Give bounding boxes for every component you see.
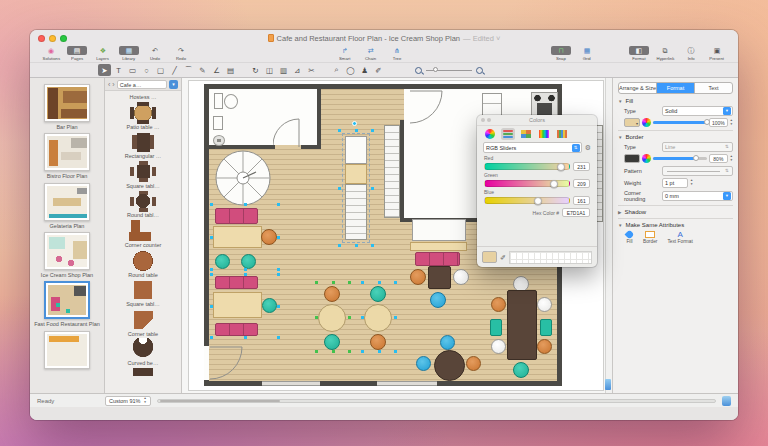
library-dropdown-icon[interactable]: ▾ — [169, 80, 178, 89]
zoom-slider[interactable] — [426, 70, 472, 71]
round-table[interactable] — [318, 304, 346, 332]
solutions-button[interactable]: ◉Solutions — [38, 46, 64, 61]
slider-knob[interactable] — [550, 180, 558, 188]
smart-button[interactable]: ↱Smart — [332, 46, 358, 61]
stepper-icon[interactable]: ▲▼ — [144, 397, 147, 404]
zoom-slider-knob[interactable] — [433, 67, 438, 72]
bathroom-cabinet[interactable] — [213, 116, 223, 130]
spiral-staircase[interactable] — [214, 148, 272, 208]
measure-tool[interactable]: ⊿ — [291, 64, 304, 76]
color-spectrum-tab-icon[interactable] — [537, 128, 551, 140]
slider-knob[interactable] — [534, 197, 542, 205]
chair[interactable] — [370, 286, 386, 302]
chair[interactable] — [324, 334, 340, 350]
canvas-zoom-field[interactable]: Custom 91% ▲▼ — [105, 396, 151, 406]
chair[interactable] — [261, 229, 277, 245]
library-item-corner-counter[interactable]: Corner counter — [105, 220, 181, 249]
vertex-tool[interactable]: ∠ — [210, 64, 223, 76]
combine-tool[interactable]: ◫ — [263, 64, 276, 76]
eyedropper-icon[interactable]: ✐ — [500, 254, 506, 261]
hyperlink-button[interactable]: ⧉Hyperlink — [652, 46, 678, 61]
stepper-icon[interactable]: ▲▼ — [690, 179, 693, 186]
library-item-patio-table[interactable]: Patio table … — [105, 102, 181, 131]
make-same-fill-button[interactable]: Fill — [626, 231, 633, 244]
color-wheel-icon[interactable] — [642, 154, 651, 163]
make-same-section-header[interactable]: ▼Make Same Attributes — [618, 222, 733, 228]
chair[interactable] — [324, 286, 340, 302]
rotation-handle[interactable] — [352, 121, 357, 126]
fill-type-select[interactable]: Solid▾ — [662, 106, 733, 116]
booth-seat[interactable] — [215, 208, 258, 224]
border-section-header[interactable]: ▼Border — [618, 134, 733, 140]
window-segment[interactable] — [377, 381, 437, 386]
library-item-hostess[interactable]: Hostess … — [105, 94, 181, 101]
chair[interactable] — [370, 334, 386, 350]
stepper-icon[interactable]: ▲▼ — [730, 119, 733, 126]
corner-rounding-select[interactable]: 0 mm▾ — [662, 191, 733, 201]
library-item-corner-table[interactable]: Corner table — [105, 309, 181, 338]
color-palette-tab-icon[interactable] — [519, 128, 533, 140]
serving-counter-top[interactable] — [345, 136, 367, 164]
toilet-tank[interactable] — [214, 93, 223, 109]
color-sliders-tab-icon[interactable] — [501, 128, 515, 140]
chair[interactable] — [540, 319, 552, 336]
format-button[interactable]: ◧Format — [626, 46, 652, 61]
rect-tool[interactable]: ▭ — [126, 64, 139, 76]
select-tool[interactable]: ➤ — [98, 64, 111, 76]
chair[interactable] — [490, 319, 502, 336]
plan-thumbnail[interactable] — [44, 183, 90, 221]
library-item-curved-be[interactable]: Curved be… — [105, 338, 181, 367]
border-type-select[interactable]: Line⇅ — [662, 142, 733, 152]
line-tool[interactable]: ╱ — [168, 64, 181, 76]
color-mode-select[interactable]: RGB Sliders ⇅ — [483, 142, 582, 153]
scrollbar-thumb[interactable] — [160, 400, 280, 402]
entrance-door[interactable] — [209, 345, 243, 380]
green-value-field[interactable]: 209 — [573, 179, 590, 188]
format-painter-tool[interactable]: ✐ — [372, 64, 385, 76]
rotate-tool[interactable]: ↻ — [249, 64, 262, 76]
chair[interactable] — [453, 269, 469, 285]
display-counter[interactable] — [384, 125, 400, 218]
blue-slider[interactable] — [484, 197, 570, 204]
titlebar[interactable]: Cafe and Restaurant Floor Plan - Ice Cre… — [30, 30, 738, 46]
undo-button[interactable]: ↶Undo — [142, 46, 168, 61]
library-item-square-tabl[interactable]: Square tabl… — [105, 161, 181, 190]
fill-section-header[interactable]: ▼Fill — [618, 98, 733, 104]
dialog-close-button[interactable] — [481, 118, 485, 122]
booth-seat[interactable] — [415, 252, 460, 266]
chair[interactable] — [491, 297, 506, 312]
shadow-section-header[interactable]: ▶Shadow — [618, 209, 733, 215]
shape-data-tool[interactable]: ▤ — [224, 64, 237, 76]
chair[interactable] — [430, 292, 446, 308]
colors-dialog[interactable]: Colors RGB Sliders ⇅ ⚙ Red231Green209Blu… — [477, 115, 597, 267]
chair[interactable] — [416, 356, 431, 371]
chair[interactable] — [466, 356, 481, 371]
dialog-minimize-button[interactable] — [487, 118, 491, 122]
split-view-widget[interactable] — [605, 379, 611, 390]
dining-table[interactable] — [213, 226, 262, 248]
restroom-wall[interactable] — [317, 89, 321, 149]
pages-button[interactable]: ▤Pages — [64, 46, 90, 61]
chair[interactable] — [513, 362, 529, 378]
grid-button[interactable]: ▦Grid — [574, 46, 600, 61]
make-same-text-button[interactable]: AText Format — [667, 231, 692, 244]
swatch-grid[interactable] — [509, 251, 592, 264]
zoom-out-icon[interactable] — [415, 67, 422, 74]
library-item-round-table[interactable]: Round table — [105, 250, 181, 279]
library-item-round-tabl[interactable]: Round tabl… — [105, 190, 181, 219]
booth-seat[interactable] — [215, 323, 258, 336]
horizontal-scrollbar[interactable] — [157, 399, 716, 403]
toilet-bowl[interactable] — [224, 94, 238, 109]
vertical-scrollbar[interactable] — [605, 78, 612, 393]
make-same-border-button[interactable]: Border — [643, 231, 657, 244]
sink[interactable] — [213, 135, 225, 146]
square-table[interactable] — [428, 266, 451, 289]
prep-table[interactable] — [412, 219, 466, 241]
round-table[interactable] — [364, 304, 392, 332]
zoom-in-icon[interactable] — [476, 67, 483, 74]
chain-button[interactable]: ⇄Chain — [358, 46, 384, 61]
pan-tool[interactable]: ◯ — [344, 64, 357, 76]
plan-thumbnail[interactable] — [44, 232, 90, 270]
green-slider[interactable] — [484, 180, 570, 187]
library-item-rectangular[interactable]: Rectangular … — [105, 131, 181, 160]
